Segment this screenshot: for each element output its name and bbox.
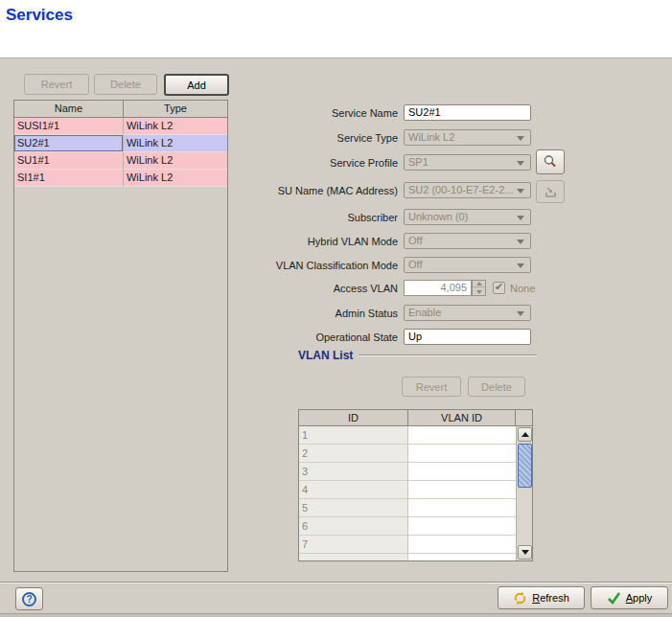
vlan-id-index-cell: 6: [299, 517, 408, 536]
scrollbar-corner: [516, 410, 532, 426]
checkmark-icon: [607, 591, 621, 605]
chevron-down-icon: [517, 136, 524, 141]
admin-status-value: Enable: [408, 307, 441, 318]
services-delete-button: Delete: [94, 74, 157, 95]
access-vlan-stepper: [472, 280, 486, 296]
refresh-label: Refresh: [532, 592, 569, 604]
vlan-row[interactable]: 5: [299, 499, 532, 517]
chevron-down-icon: [517, 263, 524, 268]
scrollbar-thumb[interactable]: [518, 444, 532, 488]
operational-state-input[interactable]: Up: [404, 329, 531, 345]
apply-label: Apply: [626, 592, 653, 604]
apply-button[interactable]: Apply: [591, 586, 668, 609]
access-vlan-label: Access VLAN: [0, 280, 398, 297]
subscriber-label: Subscriber: [0, 209, 398, 226]
import-icon: [544, 185, 558, 199]
vlan-id-value-cell[interactable]: [408, 426, 516, 445]
window-bottom-edge: [0, 613, 672, 617]
header: Services: [0, 0, 672, 58]
vlan-row[interactable]: 2: [299, 445, 532, 463]
vlan-row[interactable]: 3: [299, 463, 532, 481]
vlan-list-divider: [359, 354, 537, 356]
operational-state-label: Operational State: [0, 329, 398, 346]
services-add-button[interactable]: Add: [164, 74, 229, 96]
service-type-combo: WiLink L2: [404, 129, 531, 146]
vlan-id-index-cell: 3: [299, 463, 408, 481]
triangle-down-icon: [476, 290, 482, 294]
vlan-delete-button: Delete: [468, 377, 525, 397]
vlan-row[interactable]: 1: [299, 426, 532, 445]
vlan-id-value-cell[interactable]: [408, 463, 516, 481]
chevron-down-icon: [517, 311, 524, 316]
vlan-table: ID VLAN ID 1 2 3 4 5 6 7: [298, 409, 533, 561]
vlan-list-title: VLAN List: [298, 349, 353, 362]
vlan-row[interactable]: 4: [299, 481, 532, 499]
service-type-value: WiLink L2: [408, 131, 454, 143]
admin-status-combo: Enable: [404, 305, 531, 321]
su-name-value: SU2 (00-10-E7-E2-2...: [408, 184, 513, 195]
su-import-button: [536, 180, 565, 203]
spinner-down-button: [473, 288, 485, 295]
triangle-down-icon: [521, 550, 529, 555]
vlan-classification-mode-value: Off: [408, 259, 422, 270]
chevron-down-icon: [517, 216, 524, 220]
none-checkbox: [493, 282, 505, 294]
column-header-vlan-id[interactable]: VLAN ID: [408, 410, 516, 426]
services-delete-label: Delete: [110, 79, 141, 90]
vlan-id-index-cell: 7: [299, 536, 408, 554]
vlan-row[interactable]: 6: [299, 517, 532, 536]
services-revert-label: Revert: [41, 79, 72, 90]
admin-status-label: Admin Status: [0, 305, 398, 322]
vlan-row[interactable]: 7: [299, 536, 532, 554]
none-checkbox-label: None: [510, 280, 535, 297]
service-profile-search-button[interactable]: [536, 149, 565, 174]
subscriber-combo: Unknown (0): [404, 209, 531, 225]
column-header-id[interactable]: ID: [299, 410, 408, 426]
su-name-label: SU Name (MAC Address): [0, 182, 398, 199]
su-name-combo: SU2 (00-10-E7-E2-2...: [404, 182, 531, 198]
footer-divider: [0, 582, 672, 583]
vlan-revert-label: Revert: [416, 381, 447, 393]
scrollbar-down-button[interactable]: [518, 545, 532, 560]
vlan-id-index-cell: 5: [299, 499, 408, 517]
scrollbar-up-button[interactable]: [518, 427, 532, 442]
vlan-id-value-cell[interactable]: [408, 554, 516, 561]
access-vlan-input: 4,095: [404, 280, 472, 296]
help-icon: ?: [22, 592, 36, 606]
page-title: Services: [6, 6, 73, 25]
service-type-label: Service Type: [0, 129, 398, 147]
chevron-down-icon: [517, 161, 524, 166]
vlan-id-value-cell[interactable]: [408, 481, 516, 499]
chevron-down-icon: [517, 240, 524, 244]
refresh-button[interactable]: Refresh: [498, 586, 585, 609]
services-add-label: Add: [187, 80, 206, 91]
service-name-input[interactable]: SU2#1: [404, 104, 531, 121]
vlan-id-value-cell[interactable]: [408, 536, 516, 554]
vlan-id-index-cell: 2: [299, 445, 408, 463]
triangle-up-icon: [521, 432, 529, 437]
triangle-up-icon: [476, 282, 482, 286]
vlan-delete-label: Delete: [481, 381, 512, 393]
hybrid-vlan-mode-value: Off: [408, 235, 422, 246]
vlan-table-header: ID VLAN ID: [299, 410, 532, 426]
vlan-table-scrollbar[interactable]: [516, 426, 532, 560]
vlan-id-index-cell: [299, 554, 408, 561]
vlan-classification-mode-combo: Off: [404, 257, 531, 273]
hybrid-vlan-mode-label: Hybrid VLAN Mode: [0, 233, 398, 250]
service-profile-value: SP1: [408, 156, 429, 168]
vlan-classification-mode-label: VLAN Classification Mode: [0, 257, 398, 274]
help-button[interactable]: ?: [15, 587, 43, 610]
refresh-icon: [513, 591, 527, 606]
services-revert-button: Revert: [24, 74, 89, 95]
vlan-id-value-cell[interactable]: [408, 499, 516, 517]
chevron-down-icon: [517, 189, 524, 194]
vlan-row-partial[interactable]: [299, 554, 532, 561]
hybrid-vlan-mode-combo: Off: [404, 233, 531, 249]
service-name-label: Service Name: [0, 104, 398, 122]
service-profile-label: Service Profile: [0, 154, 398, 171]
vlan-id-value-cell[interactable]: [408, 445, 516, 463]
vlan-id-index-cell: 4: [299, 481, 408, 499]
vlan-id-value-cell[interactable]: [408, 517, 516, 536]
services-dialog: Services Revert Delete Add Name Type SUS…: [0, 0, 672, 617]
vlan-revert-button: Revert: [402, 377, 461, 397]
